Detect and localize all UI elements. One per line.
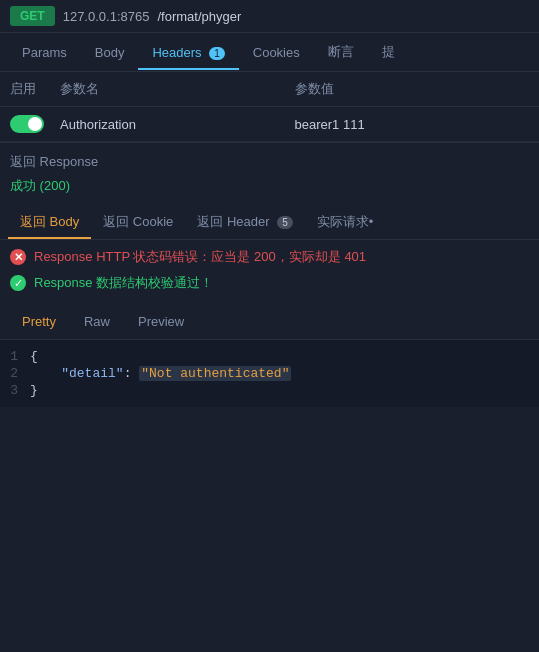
response-title: 返回 Response: [10, 153, 529, 171]
validation-section: ✕ Response HTTP 状态码错误：应当是 200，实际却是 401 ✓…: [0, 240, 539, 304]
header-row: Authorization bearer1 111: [0, 107, 539, 142]
code-viewer: 1 { 2 "detail": "Not authenticated" 3 }: [0, 340, 539, 407]
line-content-1: {: [30, 349, 539, 364]
error-text: Response HTTP 状态码错误：应当是 200，实际却是 401: [34, 248, 366, 266]
tab-cookies[interactable]: Cookies: [239, 35, 314, 70]
headers-section: 启用 参数名 参数值 Authorization bearer1 111: [0, 72, 539, 142]
headers-badge: 1: [209, 47, 225, 60]
validation-error-message: ✕ Response HTTP 状态码错误：应当是 200，实际却是 401: [10, 248, 529, 266]
tab-return-header[interactable]: 返回 Header 5: [185, 205, 304, 239]
header-count-badge: 5: [277, 216, 293, 229]
json-key-detail: "detail": [61, 366, 123, 381]
param-name-authorization: Authorization: [60, 117, 295, 132]
tab-preview[interactable]: Preview: [126, 310, 196, 333]
url-bar: GET 127.0.0.1:8765 /format/phyger: [0, 0, 539, 33]
success-text: Response 数据结构校验通过！: [34, 274, 213, 292]
response-tabs: 返回 Body 返回 Cookie 返回 Header 5 实际请求•: [0, 205, 539, 240]
tab-extra[interactable]: 提: [368, 33, 409, 71]
validation-success-message: ✓ Response 数据结构校验通过！: [10, 274, 529, 292]
request-tabs: Params Body Headers 1 Cookies 断言 提: [0, 33, 539, 72]
tab-assertions[interactable]: 断言: [314, 33, 368, 71]
toggle-container: [10, 115, 60, 133]
url-path: /format/phyger: [157, 9, 241, 24]
line-content-2: "detail": "Not authenticated": [30, 366, 539, 381]
col-name-label: 参数名: [60, 80, 295, 98]
tab-body[interactable]: Body: [81, 35, 139, 70]
line-content-3: }: [30, 383, 539, 398]
tab-headers[interactable]: Headers 1: [138, 35, 238, 70]
response-status: 成功 (200): [10, 177, 529, 195]
success-icon: ✓: [10, 275, 26, 291]
code-line-2: 2 "detail": "Not authenticated": [0, 365, 539, 382]
param-value-authorization: bearer1 111: [295, 117, 530, 132]
response-section: 返回 Response 成功 (200): [0, 142, 539, 205]
line-num-1: 1: [0, 349, 30, 364]
tab-pretty[interactable]: Pretty: [10, 310, 68, 333]
col-enable-label: 启用: [10, 80, 60, 98]
json-value-detail: "Not authenticated": [139, 366, 291, 381]
headers-table-header: 启用 参数名 参数值: [0, 72, 539, 107]
tab-params[interactable]: Params: [8, 35, 81, 70]
col-value-label: 参数值: [295, 80, 530, 98]
url-host: 127.0.0.1:8765: [63, 9, 150, 24]
tab-return-body[interactable]: 返回 Body: [8, 205, 91, 239]
tab-return-cookie[interactable]: 返回 Cookie: [91, 205, 185, 239]
code-line-1: 1 {: [0, 348, 539, 365]
line-num-3: 3: [0, 383, 30, 398]
body-view-tabs: Pretty Raw Preview: [0, 304, 539, 340]
tab-actual-request[interactable]: 实际请求•: [305, 205, 386, 239]
method-badge: GET: [10, 6, 55, 26]
line-num-2: 2: [0, 366, 30, 381]
code-line-3: 3 }: [0, 382, 539, 399]
authorization-toggle[interactable]: [10, 115, 44, 133]
tab-raw[interactable]: Raw: [72, 310, 122, 333]
error-icon: ✕: [10, 249, 26, 265]
